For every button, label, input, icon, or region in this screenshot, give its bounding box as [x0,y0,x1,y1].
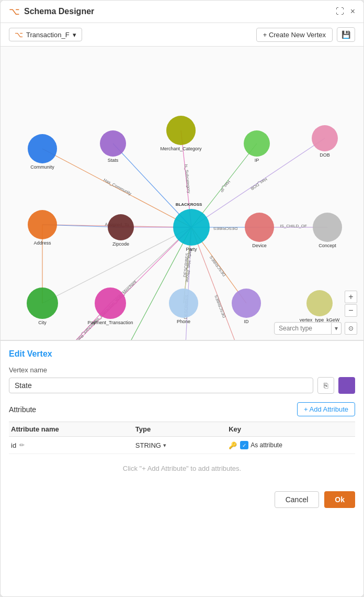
attr-type-value: STRING [135,441,161,449]
schema-icon: ⌥ [9,6,20,17]
svg-point-48 [28,210,57,239]
svg-text:Merchant_Category: Merchant_Category [160,146,202,151]
schema-designer-window: ⌥ Schema Designer ⛶ × ⌥ Transaction_F ▾ … [0,0,364,597]
attr-name-value: id [11,441,16,449]
attribute-label: Attribute [9,405,36,414]
svg-text:IP: IP [255,158,259,163]
graph-canvas: Has_CommunityIs_SubcategoryHas_IPHas_DOB… [1,47,363,340]
svg-point-44 [244,130,270,157]
svg-text:Has_DOB: Has_DOB [249,176,268,191]
svg-point-40 [100,130,126,157]
svg-point-54 [245,213,274,242]
dropdown-arrow-icon: ▾ [73,31,76,39]
attribute-table-header: Attribute name Type Key [9,422,355,437]
title-bar-left: ⌥ Schema Designer [9,6,94,17]
graph-svg: Has_CommunityIs_SubcategoryHas_IPHas_DOB… [1,47,363,340]
type-dropdown-arrow-icon[interactable]: ▾ [163,442,166,449]
svg-text:IS_CHILD_OF: IS_CHILD_OF [280,224,307,228]
vertex-name-row: ⎘ [9,377,355,394]
toolbar: ⌥ Transaction_F ▾ + Create New Vertex 💾 [1,23,363,47]
create-vertex-label: + Create New Vertex [263,31,326,39]
create-vertex-button[interactable]: + Create New Vertex [256,28,333,42]
search-type-bar: ▾ [274,322,342,335]
zoom-in-button[interactable]: + [345,291,357,303]
svg-text:DESCRIBES: DESCRIBES [214,294,227,318]
vertex-name-input[interactable] [9,378,313,393]
svg-text:Party: Party [186,247,197,252]
graph-selector[interactable]: ⌥ Transaction_F ▾ [9,28,82,41]
svg-text:Community: Community [30,164,54,170]
search-type-dropdown[interactable]: ▾ [332,322,342,335]
svg-point-50 [108,214,134,240]
svg-text:Has_IP: Has_IP [219,179,231,193]
toolbar-right: + Create New Vertex 💾 [256,27,355,42]
ok-button[interactable]: Ok [324,491,355,508]
attr-name-cell: id ✏ [11,441,135,449]
svg-point-56 [313,213,342,242]
save-button[interactable]: 💾 [337,27,355,42]
svg-point-42 [166,116,196,145]
svg-point-38 [28,134,57,163]
fit-button[interactable]: ⊙ [345,322,357,335]
search-type-input[interactable] [274,322,332,335]
svg-point-64 [232,289,261,318]
add-attribute-button[interactable]: + Add Attribute [297,402,355,416]
svg-text:DOB: DOB [320,152,330,158]
window-title: Schema Designer [24,7,94,16]
as-attribute-label: As attribute [251,441,282,449]
graph-selector-icon: ⌥ [15,30,23,39]
cancel-button[interactable]: Cancel [275,491,320,508]
svg-text:Is_Subcategory: Is_Subcategory [184,164,191,193]
svg-text:City: City [38,320,47,325]
color-picker-button[interactable] [338,377,355,394]
title-bar-right: ⛶ × [336,7,355,16]
svg-point-46 [312,125,338,151]
as-attribute-checkbox-row: ✓ As attribute [240,441,282,449]
edit-panel-title: Edit Vertex [9,349,355,359]
table-row: id ✏ STRING ▾ 🔑 ✓ As attribute [9,437,355,454]
expand-icon[interactable]: ⛶ [336,7,344,16]
close-icon[interactable]: × [350,7,355,16]
svg-text:Has_Community: Has_Community [103,178,132,196]
attr-key-cell: 🔑 ✓ As attribute [229,441,353,449]
svg-text:Payment_Transaction: Payment_Transaction [87,320,133,325]
svg-point-60 [95,288,126,319]
as-attribute-checkbox[interactable]: ✓ [240,441,248,449]
svg-text:DESCRIBES: DESCRIBES [213,226,237,231]
vertex-name-label: Vertex name [9,366,355,374]
svg-point-58 [27,288,58,319]
zoom-out-button[interactable]: − [345,304,357,317]
col-header-name: Attribute name [11,425,135,433]
edit-panel: Edit Vertex Vertex name ⎘ Attribute + Ad… [1,340,363,596]
svg-text:Stats: Stats [108,158,119,163]
zoom-controls: + − [345,291,357,317]
svg-point-52 [173,209,210,246]
svg-text:ID: ID [244,319,249,324]
save-icon: 💾 [342,30,350,39]
hint-text: Click "+ Add Attribute" to add attribute… [9,465,355,472]
attribute-header: Attribute + Add Attribute [9,402,355,416]
svg-text:Zipcode: Zipcode [112,241,129,247]
col-header-type: Type [135,425,229,433]
add-attribute-label: + Add Attribute [304,405,348,413]
attr-type-cell: STRING ▾ [135,441,229,449]
svg-text:Address: Address [33,240,51,246]
svg-point-62 [169,289,198,318]
panel-footer: Cancel Ok [9,483,355,508]
paste-icon: ⎘ [324,381,328,390]
svg-text:Concept: Concept [318,243,336,248]
svg-text:DESCRIBES: DESCRIBES [209,255,226,278]
svg-text:BLACKROSS: BLACKROSS [176,202,202,207]
svg-point-66 [306,290,333,316]
col-header-key: Key [229,425,353,433]
paste-icon-button[interactable]: ⎘ [317,377,334,394]
edit-pencil-icon[interactable]: ✏ [19,441,25,449]
svg-line-25 [191,227,252,340]
title-bar: ⌥ Schema Designer ⛶ × [1,1,363,23]
svg-text:Device: Device [252,243,267,248]
graph-name: Transaction_F [26,31,70,39]
key-icon: 🔑 [229,441,237,449]
svg-text:Phone: Phone [177,319,190,324]
